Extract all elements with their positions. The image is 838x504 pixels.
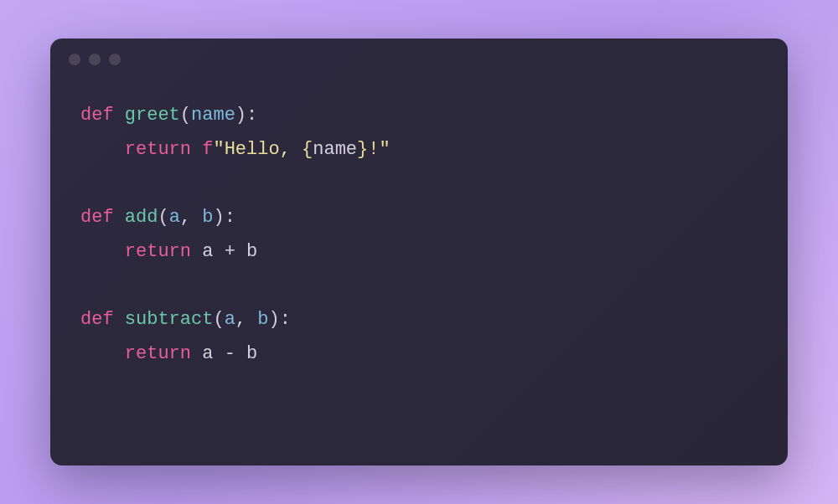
code-editor-window: def greet(name): return f"Hello, {name}!… xyxy=(50,39,788,465)
code-line-5: return a + b xyxy=(80,241,257,262)
parameter: name xyxy=(191,105,235,126)
indent xyxy=(80,241,125,262)
paren-open: ( xyxy=(180,105,191,126)
paren-open: ( xyxy=(158,207,168,228)
colon: : xyxy=(225,207,235,228)
indent xyxy=(80,343,125,364)
paren-open: ( xyxy=(213,309,224,330)
paren-close: ) xyxy=(213,207,224,228)
window-maximize-button[interactable] xyxy=(109,54,121,65)
function-name: greet xyxy=(125,105,180,126)
parameter: b xyxy=(202,207,213,228)
comma: , xyxy=(180,207,202,228)
parameter: b xyxy=(257,309,268,330)
keyword-def: def xyxy=(80,207,114,228)
string-literal: ! xyxy=(368,139,379,160)
colon: : xyxy=(246,105,257,126)
interp-brace-close: } xyxy=(357,139,368,160)
indent xyxy=(80,139,125,160)
string-literal: Hello, xyxy=(225,139,302,160)
code-line-2: return f"Hello, {name}!" xyxy=(80,139,391,160)
interp-var: name xyxy=(313,139,357,160)
keyword-def: def xyxy=(80,105,114,126)
colon: : xyxy=(280,309,291,330)
code-line-7: def subtract(a, b): xyxy=(80,309,291,330)
keyword-def: def xyxy=(80,309,114,330)
variable: a xyxy=(202,241,213,262)
parameter: a xyxy=(169,207,180,228)
window-minimize-button[interactable] xyxy=(89,54,101,65)
operator-minus: - xyxy=(213,343,246,364)
interp-brace-open: { xyxy=(302,139,313,160)
code-content: def greet(name): return f"Hello, {name}!… xyxy=(50,80,788,390)
paren-close: ) xyxy=(235,105,246,126)
code-line-4: def add(a, b): xyxy=(80,207,235,228)
keyword-return: return xyxy=(125,343,191,364)
f-prefix: f xyxy=(202,139,213,160)
string-quote: " xyxy=(213,139,224,160)
operator-plus: + xyxy=(213,241,246,262)
window-title-bar xyxy=(50,39,788,80)
function-name: subtract xyxy=(125,309,214,330)
window-close-button[interactable] xyxy=(69,54,80,65)
variable: a xyxy=(202,343,213,364)
code-line-8: return a - b xyxy=(80,343,257,364)
variable: b xyxy=(246,241,257,262)
code-line-1: def greet(name): xyxy=(80,105,257,126)
paren-close: ) xyxy=(268,309,279,330)
function-name: add xyxy=(125,207,158,228)
string-quote: " xyxy=(379,139,390,160)
parameter: a xyxy=(225,309,235,330)
keyword-return: return xyxy=(125,139,191,160)
keyword-return: return xyxy=(125,241,191,262)
variable: b xyxy=(246,343,257,364)
comma: , xyxy=(235,309,257,330)
